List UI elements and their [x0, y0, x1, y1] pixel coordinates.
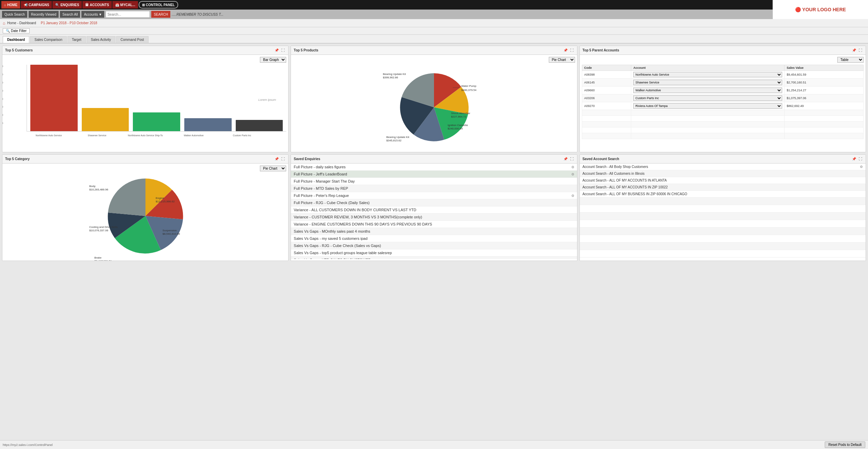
- account-code: A09270: [582, 102, 631, 110]
- customers-resize-icon[interactable]: ⛶: [281, 48, 285, 52]
- gear-icon[interactable]: ⚙: [571, 172, 574, 176]
- bar-label-4: Custom Parts Inc: [220, 134, 264, 137]
- account-code: A03206: [582, 94, 631, 102]
- campaigns-icon: 📢: [24, 3, 28, 7]
- saved-account-search-header: Saved Account Search 📌 ⛶: [580, 155, 866, 164]
- svg-text:Bearing Update Kit: Bearing Update Kit: [383, 73, 406, 76]
- breadcrumb-home-icon: ⌂: [3, 21, 5, 26]
- search-input[interactable]: [106, 11, 150, 18]
- list-item[interactable]: Full Picture - MTD Sales by REP: [291, 185, 577, 192]
- bar-group-4: [236, 120, 283, 131]
- top5-parent-icons: 📌 ⛶: [851, 48, 863, 52]
- list-item[interactable]: Full Picture - Jeff's LeaderBoard ⚙: [291, 171, 577, 178]
- list-item[interactable]: Account Search - All Customers in Illino…: [580, 170, 866, 177]
- top5-products-body: Pie Chart Bar Graph Table: [291, 55, 577, 152]
- svg-text:Engine: Engine: [156, 197, 164, 200]
- list-item[interactable]: Full Picture - Manager Start The Day: [291, 178, 577, 185]
- recently-viewed-btn[interactable]: Recently Viewed: [29, 11, 59, 18]
- mycal-nav-btn[interactable]: 📅 MYCAL...: [112, 1, 138, 9]
- saved-enquiries-panel: Saved Enquiries 📌 ⛶ Full Picture - daily…: [291, 154, 577, 261]
- top5-customers-icons: 📌 ⛶: [274, 48, 285, 52]
- tab-command-post[interactable]: Command Post: [116, 36, 149, 43]
- account-select[interactable]: Custom Parts Inc: [633, 95, 782, 101]
- saved-enquiries-header: Saved Enquiries 📌 ⛶: [291, 155, 577, 164]
- sales-value-cell: $1,254,214.27: [785, 87, 864, 94]
- saved-enquiries-list[interactable]: Full Picture - daily sales figures ⚙ Ful…: [291, 164, 577, 259]
- top5-customers-header: Top 5 Customers 📌 ⛶: [2, 46, 288, 55]
- gear-icon[interactable]: ⚙: [571, 165, 574, 169]
- products-pin-icon[interactable]: 📌: [563, 48, 568, 52]
- accounts-dropdown-btn[interactable]: Accounts ▼: [81, 11, 104, 18]
- list-item[interactable]: Account Search - ALL OF MY BUSINESS IN Z…: [580, 191, 866, 198]
- home-nav-btn[interactable]: ⌂ HOME: [1, 1, 20, 9]
- control-panel-icon: ⊞: [142, 3, 145, 7]
- bar-chart-type-select[interactable]: Bar Graph Pie Chart Table: [260, 57, 286, 63]
- list-item[interactable]: Full Picture - RJG - Cube Check (Daily S…: [291, 199, 577, 206]
- accounts-nav-btn[interactable]: 🏛 ACCOUNTS: [82, 1, 112, 9]
- account-select[interactable]: Walker Automotive: [633, 88, 782, 93]
- bar-x-labels: Northtowne Auto Service Shawnee Service …: [4, 133, 286, 137]
- category-pin-icon[interactable]: 📌: [274, 157, 279, 161]
- account-select[interactable]: Shawnee Service: [633, 80, 782, 85]
- account-code: A09660: [582, 87, 631, 94]
- bar-label-1: Shawnee Service: [75, 134, 119, 137]
- list-item[interactable]: Variance - ALL CUSTOMERS DOWN IN BODY CU…: [291, 206, 577, 214]
- enquiries-pin-icon[interactable]: 📌: [563, 157, 568, 161]
- list-item[interactable]: Account Search - All Body Shop Customers…: [580, 164, 866, 170]
- tab-dashboard[interactable]: Dashboard: [3, 36, 29, 43]
- list-item[interactable]: Full Picture - Peter's Rep League ⚙: [291, 192, 577, 199]
- category-resize-icon[interactable]: ⛶: [281, 157, 285, 161]
- search-small-icon: 🔍: [6, 29, 10, 33]
- pie-chart-type-select[interactable]: Pie Chart Bar Graph Table: [549, 57, 575, 63]
- enquiries-nav-btn[interactable]: 🔍 ENQUIRIES: [52, 1, 82, 9]
- products-chart-type-selector: Pie Chart Bar Graph Table: [293, 57, 575, 63]
- customers-pin-icon[interactable]: 📌: [274, 48, 279, 52]
- svg-text:Ignition Cassette: Ignition Cassette: [448, 124, 468, 127]
- breadcrumb-text: Home - Dashboard: [7, 21, 36, 25]
- date-filter-btn[interactable]: 🔍 Date Filter: [3, 28, 30, 33]
- enquiry-label: Full Picture - MTD Sales by REP: [294, 186, 348, 190]
- list-item[interactable]: Variance - CUSTOMER REVIEW, 3 MONTHS VS …: [291, 214, 577, 221]
- list-item[interactable]: Account Search - ALL OF MY ACCOUNTS IN A…: [580, 177, 866, 184]
- parent-pin-icon[interactable]: 📌: [851, 48, 857, 52]
- search-btn[interactable]: SEARCH: [151, 11, 170, 18]
- list-item[interactable]: Account Search - ALL OF MY ACCOUNTS IN Z…: [580, 184, 866, 191]
- account-name-cell: Shawnee Service: [631, 79, 785, 87]
- tab-target[interactable]: Target: [67, 36, 86, 43]
- table-type-select[interactable]: Table Bar Graph Pie Chart: [837, 57, 864, 63]
- account-search-resize-icon[interactable]: ⛶: [858, 157, 863, 161]
- account-search-pin-icon[interactable]: 📌: [851, 157, 857, 161]
- table-row: [582, 122, 863, 127]
- search-all-btn[interactable]: Search All: [60, 11, 80, 18]
- account-select[interactable]: Riviera Autos Of Tampa: [633, 103, 782, 109]
- category-pie-select[interactable]: Pie Chart Bar Graph Table: [260, 166, 286, 171]
- top5-parent-accounts-title: Top 5 Parent Accounts: [583, 48, 619, 52]
- gear-icon[interactable]: ⚙: [571, 194, 574, 198]
- list-item[interactable]: Full Picture - daily sales figures ⚙: [291, 164, 577, 171]
- list-item[interactable]: Sales Vs Gaps - RJG - Cube Check (Sales …: [291, 242, 577, 249]
- enquiry-label: Variance - ALL CUSTOMERS DOWN IN BODY CU…: [294, 208, 416, 212]
- list-item[interactable]: Sales Vs Gaps - MOnthly sales past 4 mon…: [291, 228, 577, 235]
- top5-category-body: Pie Chart Bar Graph Table: [2, 164, 288, 261]
- control-panel-nav-btn[interactable]: ⊞ CONTROL PANEL: [139, 1, 178, 9]
- account-select[interactable]: Northtowne Auto Service: [633, 72, 782, 77]
- parent-accounts-table: Code Account Sales Value A08398 Northtow…: [582, 65, 864, 139]
- lorem-ipsum-text: Lorem ipsum: [258, 98, 276, 102]
- list-item[interactable]: Sales Vs Gaps - my saved 5 customers ipa…: [291, 235, 577, 242]
- list-item[interactable]: Sales Vs Gaps - top5 product groups leag…: [291, 249, 577, 257]
- account-search-label: Account Search - ALL OF MY ACCOUNTS IN A…: [583, 179, 667, 182]
- svg-text:Shock Absorber: Shock Absorber: [451, 112, 470, 115]
- table-row: [582, 116, 863, 122]
- list-item[interactable]: Variance - ENGINE CUSTOMERS DOWN THIS 90…: [291, 221, 577, 228]
- gear-icon[interactable]: ⚙: [860, 165, 863, 169]
- parent-resize-icon[interactable]: ⛶: [858, 48, 863, 52]
- campaigns-nav-btn[interactable]: 📢 CAMPAIGNS: [21, 1, 52, 9]
- products-pie-container: Water Pump $460,379.54 Shock Absorber $2…: [293, 65, 575, 150]
- bar-group-1: [82, 108, 129, 131]
- tab-sales-comparison[interactable]: Sales Comparison: [30, 36, 67, 43]
- quick-search-btn[interactable]: Quick Search: [2, 11, 27, 18]
- products-resize-icon[interactable]: ⛶: [570, 48, 574, 52]
- enquiries-resize-icon[interactable]: ⛶: [570, 157, 574, 161]
- tab-sales-activity[interactable]: Sales Activity: [87, 36, 115, 43]
- list-item[interactable]: Sales Vs Gaps - YTD SALES BY CUSTOMER: [291, 257, 577, 259]
